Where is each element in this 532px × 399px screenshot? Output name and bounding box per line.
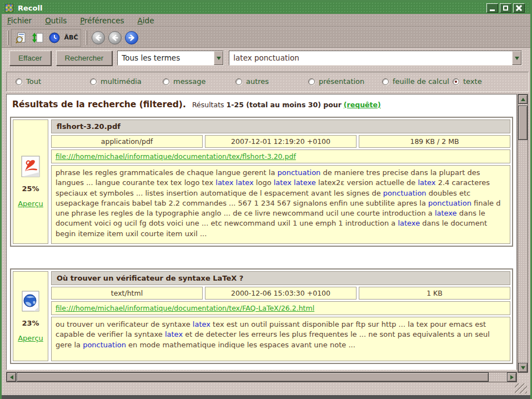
results-header: Résultats de la recherche (filtered). Ré… <box>9 97 514 109</box>
scroll-left-button[interactable] <box>7 372 16 382</box>
query-input[interactable]: latex ponctuation <box>229 51 522 66</box>
window-resize-grip[interactable] <box>515 383 527 393</box>
relevance-percent: 25% <box>22 184 39 193</box>
page-next-icon <box>127 33 136 42</box>
maximize-icon <box>503 6 508 11</box>
menu-aide[interactable]: Aide <box>138 16 154 25</box>
search-button[interactable]: Rechercher <box>56 51 113 66</box>
result-snippet: ou trouver un verificateur de syntaxe la… <box>51 317 510 361</box>
dropdown-arrow-icon <box>217 57 221 60</box>
result-size: 189 KB / 2 MB <box>359 135 510 148</box>
filter-feuille-de-calcul[interactable]: feuille de calcul <box>382 77 449 86</box>
result-item-2: 23% Aperçu Où trouver un vérificateur de… <box>10 268 513 364</box>
result-mime: text/html <box>51 287 203 300</box>
dropdown-arrow-icon <box>515 57 519 60</box>
result-item-1: 25% Aperçu flshort-3.20.pdf application/… <box>10 117 513 247</box>
result-title[interactable]: Où trouver un vérificateur de syntaxe La… <box>51 271 510 285</box>
query-history-arrow-button[interactable] <box>512 51 521 65</box>
radio-icon[interactable] <box>382 78 389 85</box>
html-file-icon <box>21 290 41 312</box>
vertical-scroll-thumb[interactable] <box>518 106 528 140</box>
menu-outils[interactable]: Outils <box>45 16 67 25</box>
preview-link[interactable]: Aperçu <box>18 334 43 342</box>
result-url-link[interactable]: file:///home/michael/informatique/docume… <box>56 304 314 312</box>
filter-multimedia[interactable]: multimédia <box>90 77 142 86</box>
menu-preferences[interactable]: Préférences <box>80 16 124 25</box>
result-side: 23% Aperçu <box>13 271 48 361</box>
result-date: 2007-12-01 12:19:20 +0100 <box>205 135 357 148</box>
vertical-scrollbar[interactable] <box>518 94 528 373</box>
category-filter-group: Tout multimédia message autres présentat… <box>6 72 529 92</box>
results-list: Résultats de la recherche (filtered). Ré… <box>6 94 517 370</box>
toolbar-group-nav <box>92 31 138 44</box>
radio-icon[interactable] <box>16 78 22 85</box>
query-value: latex ponctuation <box>229 51 512 65</box>
scroll-up-button[interactable] <box>518 94 528 104</box>
radio-icon[interactable] <box>308 78 315 85</box>
close-button[interactable] <box>513 3 525 13</box>
document-preview-button[interactable] <box>14 31 28 45</box>
titlebar[interactable]: Recoll <box>2 2 530 14</box>
scroll-up-icon <box>521 98 525 101</box>
page-first-icon <box>94 33 103 42</box>
scroll-left-icon <box>10 375 13 380</box>
search-bar: Effacer Rechercher Tous les termes latex… <box>9 51 522 66</box>
match-type-select[interactable]: Tous les termes <box>117 51 224 66</box>
window-title: Recoll <box>18 4 486 12</box>
result-title[interactable]: flshort-3.20.pdf <box>51 119 510 133</box>
result-date: 2000-12-06 15:03:30 +0100 <box>205 287 357 300</box>
filter-presentation[interactable]: présentation <box>308 77 364 86</box>
document-preview-icon <box>15 32 27 44</box>
match-type-arrow-button[interactable] <box>214 51 223 65</box>
sort-document-button[interactable] <box>31 31 45 45</box>
horizontal-scrollbar[interactable] <box>6 372 517 382</box>
term-explorer-button[interactable]: ÂBĈ <box>64 31 78 45</box>
result-meta-row: application/pdf 2007-12-01 12:19:20 +010… <box>51 135 510 148</box>
recoll-window: Recoll Fichier Outils Préférences Aide <box>0 0 532 399</box>
results-count: Résultats 1-25 (total au moins 30) pour … <box>192 101 381 109</box>
radio-icon[interactable] <box>163 78 169 85</box>
page-previous-button[interactable] <box>108 31 122 44</box>
sort-by-date-icon <box>48 32 61 44</box>
page-next-button[interactable] <box>125 31 138 44</box>
toolbar-separator <box>86 31 87 45</box>
result-snippet: phrase les regles grammaticales de chaqu… <box>51 165 510 244</box>
clear-button[interactable]: Effacer <box>9 51 51 66</box>
maximize-button[interactable] <box>500 3 511 13</box>
sort-by-date-button[interactable] <box>47 31 62 45</box>
results-title: Résultats de la recherche (filtered). <box>12 99 186 109</box>
result-url-row: file:///home/michael/informatique/docume… <box>51 149 510 163</box>
minimize-icon <box>490 9 495 11</box>
menu-fichier[interactable]: Fichier <box>7 16 32 25</box>
filter-tout[interactable]: Tout <box>16 77 41 86</box>
match-type-value: Tous les termes <box>118 51 214 65</box>
filter-texte[interactable]: texte <box>453 77 482 86</box>
page-first-button[interactable] <box>92 31 105 44</box>
toolbar-handle[interactable] <box>7 31 9 45</box>
preview-link[interactable]: Aperçu <box>18 200 43 208</box>
close-icon <box>516 5 522 11</box>
horizontal-scroll-thumb[interactable] <box>17 372 489 382</box>
toolbar-group-tools: ÂBĈ <box>11 29 81 47</box>
scroll-right-button[interactable] <box>507 372 516 382</box>
filter-autres[interactable]: autres <box>235 77 269 86</box>
pdf-file-icon <box>21 156 41 178</box>
sort-document-icon <box>32 32 44 44</box>
menubar: Fichier Outils Préférences Aide <box>2 14 530 27</box>
result-url-link[interactable]: file:///home/michael/informatique/docume… <box>56 152 296 161</box>
minimize-button[interactable] <box>486 3 498 13</box>
page-previous-icon <box>111 33 119 42</box>
filter-message[interactable]: message <box>163 77 205 86</box>
radio-icon[interactable] <box>235 78 242 85</box>
query-details-link[interactable]: (requête) <box>344 101 381 109</box>
result-mime: application/pdf <box>51 135 203 148</box>
scroll-down-icon <box>521 366 525 370</box>
recoll-app-icon <box>5 4 13 12</box>
window-bottom-edge <box>0 395 532 399</box>
scroll-down-button[interactable] <box>518 363 528 372</box>
radio-icon[interactable] <box>453 78 459 85</box>
window-controls <box>486 3 525 13</box>
radio-icon[interactable] <box>90 78 97 85</box>
result-size: 1 KB <box>359 287 510 300</box>
scroll-right-icon <box>510 375 514 380</box>
